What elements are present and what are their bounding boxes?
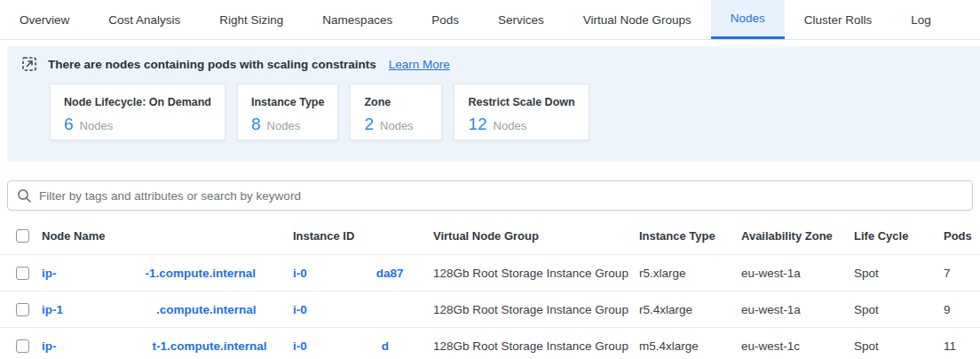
col-header-pods: Pods bbox=[939, 229, 980, 243]
redacted-text bbox=[63, 309, 156, 310]
table-row: ip-t-1.compute.internal i-0d 128Gb Root … bbox=[0, 328, 980, 359]
stat-card-value: 2 bbox=[364, 115, 374, 134]
stat-card-unit: Nodes bbox=[267, 119, 301, 132]
tab-nodes[interactable]: Nodes bbox=[711, 0, 785, 39]
virtual-node-group-cell: 128Gb Root Storage Instance Group bbox=[433, 267, 639, 280]
instance-id-link[interactable]: i-0 bbox=[293, 267, 307, 280]
table-row: ip-1.compute.internal i-0 128Gb Root Sto… bbox=[0, 291, 980, 328]
node-name-link[interactable]: t-1.compute.internal bbox=[153, 339, 267, 353]
row-checkbox[interactable] bbox=[16, 303, 29, 316]
tab-virtual-node-groups[interactable]: Virtual Node Groups bbox=[564, 0, 711, 39]
scale-constraint-icon bbox=[21, 56, 37, 72]
filter-bar bbox=[7, 180, 973, 211]
banner: There are nodes containing pods with sca… bbox=[21, 56, 966, 72]
virtual-node-group-cell: 128Gb Root Storage Instance Group bbox=[433, 303, 639, 316]
learn-more-link[interactable]: Learn More bbox=[389, 58, 450, 71]
cluster-tab-bar: Overview Cost Analysis Right Sizing Name… bbox=[0, 0, 980, 40]
stat-card-value: 6 bbox=[64, 115, 74, 134]
life-cycle-cell: Spot bbox=[854, 339, 939, 353]
banner-message: There are nodes containing pods with sca… bbox=[48, 58, 376, 71]
stat-card-title: Node Lifecycle: On Demand bbox=[64, 96, 211, 108]
node-name-link[interactable]: ip- bbox=[42, 339, 57, 353]
instance-type-cell: r5.4xlarge bbox=[639, 303, 741, 316]
tab-cost-analysis[interactable]: Cost Analysis bbox=[89, 0, 200, 39]
stat-card-instance-type[interactable]: Instance Type 8 Nodes bbox=[237, 84, 338, 140]
constraint-stat-cards: Node Lifecycle: On Demand 6 Nodes Instan… bbox=[50, 84, 966, 140]
col-header-node-name: Node Name bbox=[36, 229, 293, 243]
stat-card-title: Restrict Scale Down bbox=[468, 96, 574, 108]
instance-type-cell: m5.4xlarge bbox=[639, 339, 741, 353]
stat-card-restrict-scale-down[interactable]: Restrict Scale Down 12 Nodes bbox=[454, 84, 589, 140]
scaling-constraints-panel: There are nodes containing pods with sca… bbox=[7, 46, 980, 162]
tab-namespaces[interactable]: Namespaces bbox=[303, 0, 412, 39]
col-header-instance-type: Instance Type bbox=[639, 229, 741, 243]
nodes-table: Node Name Instance ID Virtual Node Group… bbox=[0, 218, 980, 359]
life-cycle-cell: Spot bbox=[854, 267, 939, 280]
availability-zone-cell: eu-west-1a bbox=[741, 303, 854, 316]
col-header-availability-zone: Availability Zone bbox=[741, 229, 854, 243]
table-row: ip--1.compute.internal i-0da87 128Gb Roo… bbox=[0, 255, 980, 291]
stat-card-unit: Nodes bbox=[380, 119, 414, 132]
instance-id-link[interactable]: i-0 bbox=[293, 303, 307, 316]
tab-log[interactable]: Log bbox=[891, 0, 951, 39]
redacted-text bbox=[307, 346, 382, 347]
redacted-text bbox=[57, 346, 153, 347]
instance-id-link[interactable]: da87 bbox=[376, 267, 404, 280]
stat-card-title: Zone bbox=[364, 96, 428, 108]
select-all-checkbox[interactable] bbox=[16, 229, 29, 243]
availability-zone-cell: eu-west-1a bbox=[741, 267, 854, 280]
tab-right-sizing[interactable]: Right Sizing bbox=[200, 0, 303, 39]
tab-pods[interactable]: Pods bbox=[412, 0, 478, 39]
pods-cell: 9 bbox=[939, 303, 980, 316]
stat-card-title: Instance Type bbox=[251, 96, 324, 108]
stat-card-node-lifecycle[interactable]: Node Lifecycle: On Demand 6 Nodes bbox=[50, 84, 225, 140]
instance-id-link[interactable]: i-0 bbox=[293, 339, 307, 353]
tab-overview[interactable]: Overview bbox=[0, 0, 89, 39]
node-name-link[interactable]: .compute.internal bbox=[156, 303, 257, 316]
instance-id-link[interactable]: d bbox=[382, 339, 389, 353]
filter-input[interactable] bbox=[39, 189, 963, 203]
tab-services[interactable]: Services bbox=[478, 0, 564, 39]
col-header-virtual-node-group: Virtual Node Group bbox=[433, 229, 639, 243]
search-icon bbox=[17, 188, 32, 203]
virtual-node-group-cell: 128Gb Root Storage Instance Group bbox=[433, 339, 639, 353]
col-header-life-cycle: Life Cycle bbox=[854, 229, 939, 243]
stat-card-zone[interactable]: Zone 2 Nodes bbox=[350, 84, 442, 140]
node-name-link[interactable]: -1.compute.internal bbox=[146, 267, 257, 280]
tab-cluster-rolls[interactable]: Cluster Rolls bbox=[785, 0, 892, 39]
col-header-instance-id: Instance ID bbox=[293, 229, 433, 243]
stat-card-unit: Nodes bbox=[494, 119, 527, 132]
life-cycle-cell: Spot bbox=[854, 303, 939, 316]
pods-cell: 7 bbox=[939, 267, 980, 280]
redacted-text bbox=[57, 273, 146, 274]
node-name-link[interactable]: ip- bbox=[42, 267, 57, 280]
table-header-row: Node Name Instance ID Virtual Node Group… bbox=[0, 218, 980, 255]
instance-type-cell: r5.xlarge bbox=[639, 267, 741, 280]
node-name-link[interactable]: ip-1 bbox=[42, 303, 63, 316]
redacted-text bbox=[307, 273, 376, 274]
availability-zone-cell: eu-west-1c bbox=[741, 339, 854, 353]
pods-cell: 11 bbox=[939, 339, 980, 353]
row-checkbox[interactable] bbox=[16, 267, 29, 280]
row-checkbox[interactable] bbox=[16, 339, 29, 353]
stat-card-value: 8 bbox=[251, 115, 261, 134]
stat-card-value: 12 bbox=[468, 115, 486, 134]
stat-card-unit: Nodes bbox=[80, 119, 114, 132]
